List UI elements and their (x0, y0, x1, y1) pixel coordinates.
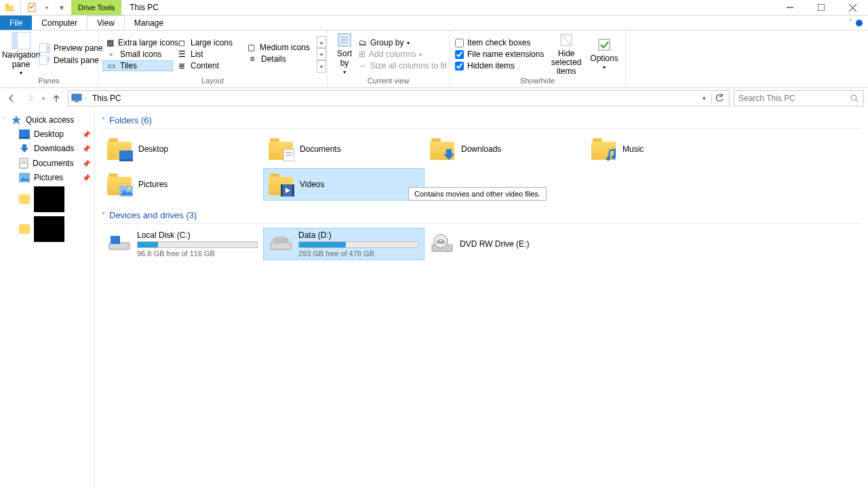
sidebar-quick-access[interactable]: ˅ Quick access (1, 113, 93, 127)
folder-label: Documents (300, 144, 341, 154)
ribbon-group-label: Panes (4, 77, 94, 86)
layout-small[interactable]: ▫Small icons (102, 49, 173, 60)
sidebar-item-pictures[interactable]: Pictures📌 (1, 171, 93, 184)
group-by-button[interactable]: 🗂Group by ▾ (357, 37, 448, 48)
maximize-button[interactable] (806, 0, 837, 15)
sort-by-button[interactable]: Sort by▾ (332, 32, 357, 77)
sidebar-item-documents[interactable]: Documents📌 (1, 156, 93, 171)
preview-pane-toggle[interactable]: Preview pane (38, 43, 104, 54)
tab-computer[interactable]: Computer (32, 16, 87, 30)
minimize-button[interactable] (774, 0, 806, 15)
help-icon[interactable] (856, 20, 863, 26)
add-columns-button: ⊞Add columns ▾ (357, 49, 448, 60)
svg-rect-21 (599, 39, 610, 50)
pin-icon: 📌 (82, 131, 90, 138)
svg-rect-50 (111, 236, 120, 244)
options-icon (597, 37, 612, 52)
drive-local-c[interactable]: Local Disk (C:) 96.8 GB free of 116 GB (102, 228, 263, 260)
breadcrumb-this-pc[interactable]: This PC (90, 94, 124, 103)
layout-details[interactable]: ≡Details (243, 54, 314, 64)
folder-pictures[interactable]: Pictures (102, 168, 263, 201)
details-pane-toggle[interactable]: Details pane (38, 55, 104, 66)
tab-view[interactable]: View (87, 16, 125, 30)
redacted-label (34, 216, 64, 242)
layout-large[interactable]: ◻Large icons (173, 37, 243, 48)
refresh-button[interactable] (711, 94, 726, 103)
section-drives-header[interactable]: ˅ Devices and drives (3) (102, 207, 861, 224)
capacity-bar (137, 241, 258, 248)
size-columns-icon: ↔ (359, 61, 367, 70)
folder-downloads[interactable]: Downloads (425, 133, 586, 165)
sidebar-item-redacted-2[interactable] (1, 214, 93, 244)
ribbon-group-layout: ▦Extra large icons ▫Small icons ▭Tiles ◻… (98, 30, 328, 87)
folder-music[interactable]: Music (586, 133, 747, 165)
properties-icon[interactable] (26, 2, 37, 13)
dvd-icon: DVD (430, 232, 454, 256)
options-button[interactable]: Options▾ (587, 32, 621, 77)
search-icon (850, 94, 859, 103)
section-folders-header[interactable]: ˅ Folders (6) (102, 113, 861, 129)
context-tab-drive-tools[interactable]: Drive Tools (71, 0, 121, 15)
ribbon: Navigation pane ▾ Preview pane Details p… (0, 30, 868, 88)
breadcrumb-box[interactable]: › This PC ▾ (68, 90, 730, 106)
tab-manage[interactable]: Manage (125, 16, 173, 30)
layout-scroll[interactable]: ▴ ▾ ▾ (317, 32, 326, 77)
scroll-more-icon[interactable]: ▾ (317, 60, 326, 73)
details-pane-icon (39, 56, 50, 65)
group-icon: 🗂 (359, 38, 367, 47)
drive-dvd-e[interactable]: DVD DVD RW Drive (E:) (425, 228, 586, 260)
tab-file[interactable]: File (0, 16, 32, 30)
back-button[interactable] (4, 91, 19, 106)
chevron-down-icon: ˅ (102, 117, 105, 124)
layout-medium[interactable]: ▢Medium icons (243, 42, 314, 53)
body: ˅ Quick access Desktop📌 Downloads📌 Docum… (0, 108, 868, 488)
up-button[interactable] (49, 91, 64, 106)
svg-line-26 (856, 100, 859, 102)
sidebar-item-downloads[interactable]: Downloads📌 (1, 141, 93, 156)
svg-rect-24 (75, 101, 79, 102)
collapse-ribbon-icon[interactable]: ˆ (850, 19, 852, 26)
svg-rect-29 (19, 137, 30, 139)
close-button[interactable] (837, 0, 868, 15)
layout-extra-large[interactable]: ▦Extra large icons (102, 37, 173, 48)
sidebar-item-desktop[interactable]: Desktop📌 (1, 127, 93, 141)
svg-rect-47 (292, 184, 294, 197)
drive-data-d[interactable]: Data (D:) 293 GB free of 478 GB (263, 228, 425, 260)
folders-grid: Desktop Documents Downloads Music (102, 133, 861, 201)
navigation-pane-button[interactable]: Navigation pane ▾ (4, 32, 38, 77)
folder-desktop[interactable]: Desktop (102, 133, 263, 165)
folder-label: Videos (300, 180, 324, 189)
window-controls (774, 0, 868, 15)
layout-list[interactable]: ☰List (173, 49, 243, 60)
svg-marker-41 (443, 149, 454, 160)
chevron-down-icon[interactable]: ˅ (3, 117, 6, 123)
svg-marker-30 (20, 144, 28, 152)
hdd-icon (107, 230, 132, 255)
qat-overflow-icon[interactable]: ▼ (56, 2, 67, 13)
svg-point-44 (128, 187, 131, 190)
layout-tiles[interactable]: ▭Tiles (102, 60, 173, 71)
address-dropdown-icon[interactable]: ▾ (698, 95, 710, 102)
recent-dropdown-icon[interactable]: ▾ (42, 96, 45, 102)
svg-rect-4 (818, 4, 825, 11)
scroll-up-icon[interactable]: ▴ (317, 36, 326, 48)
item-checkboxes-toggle[interactable]: Item check boxes (454, 37, 545, 48)
layout-content[interactable]: ≣Content (173, 60, 243, 71)
folder-documents[interactable]: Documents (263, 133, 425, 165)
videos-folder-icon (269, 174, 293, 195)
svg-rect-12 (46, 56, 50, 65)
hide-selected-button[interactable]: Hide selected items (545, 32, 587, 77)
svg-rect-8 (12, 32, 18, 49)
chevron-right-icon[interactable]: › (85, 95, 87, 102)
qat-dropdown-icon[interactable]: ▾ (41, 2, 52, 13)
file-extensions-toggle[interactable]: File name extensions (454, 49, 545, 60)
pin-icon: 📌 (82, 145, 90, 152)
forward-button[interactable] (23, 91, 38, 106)
ribbon-group-label: Show/hide (454, 77, 621, 86)
medium-icons-icon: ▢ (248, 43, 256, 52)
folder-videos[interactable]: Videos (263, 168, 425, 201)
search-box[interactable]: Search This PC (734, 90, 864, 106)
sidebar-item-redacted-1[interactable] (1, 184, 93, 214)
scroll-down-icon[interactable]: ▾ (317, 48, 326, 60)
hidden-items-toggle[interactable]: Hidden items (454, 60, 545, 71)
